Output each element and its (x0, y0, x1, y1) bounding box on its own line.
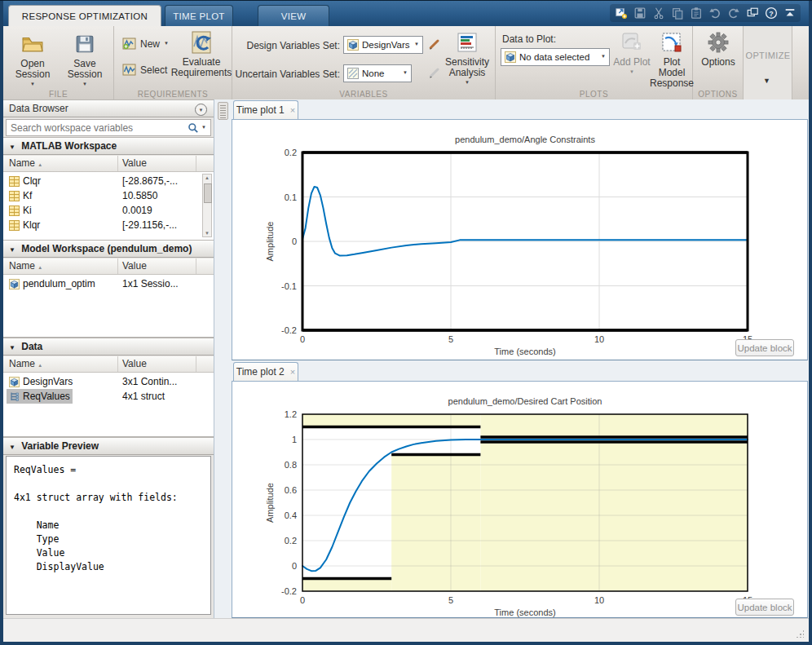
add-plot-button[interactable]: Add Plot ▼ (613, 30, 651, 78)
table-row[interactable]: DesignVars 3x1 Contin... (3, 374, 214, 389)
column-divider[interactable] (117, 356, 118, 372)
new-figure-export-icon[interactable] (613, 6, 629, 21)
edit-design-variables-icon[interactable] (428, 38, 441, 51)
plot-model-response-button[interactable]: Plot Model Response (652, 30, 691, 89)
design-variables-set-value: DesignVars (362, 40, 410, 50)
column-divider[interactable] (196, 356, 196, 372)
new-requirement-icon (122, 38, 136, 50)
requirements-section-label: REQUIREMENTS (114, 90, 232, 99)
sort-asc-icon: ▲ (38, 265, 42, 270)
column-header-value[interactable]: Value (122, 260, 147, 272)
optimize-button[interactable]: OPTIMIZE (744, 51, 792, 61)
variable-cube-icon (347, 39, 359, 51)
column-header-value[interactable]: Value (122, 358, 147, 369)
copy-icon[interactable] (669, 6, 685, 21)
svg-text:-0.1: -0.1 (281, 281, 297, 291)
tab-time-plot[interactable]: TIME PLOT (165, 5, 233, 26)
save-session-button[interactable]: Save Session ▼ (60, 32, 109, 91)
open-session-label: Open Session (8, 59, 57, 80)
new-requirement-button[interactable]: New ▼ (122, 38, 169, 50)
window-resize-grip[interactable] (796, 630, 804, 638)
panel-drag-grip[interactable] (218, 102, 228, 120)
table-row[interactable]: Clqr [-28.8675,-... (3, 174, 214, 188)
svg-text:pendulum_demo/Desired Cart Pos: pendulum_demo/Desired Cart Position (448, 396, 602, 406)
variable-preview-text: ReqValues = 4x1 struct array with fields… (7, 457, 210, 581)
svg-text:1: 1 (292, 435, 297, 444)
save-icon[interactable] (632, 6, 647, 21)
optimize-dropdown-caret-icon[interactable]: ▼ (763, 77, 770, 85)
workspace-scrollbar[interactable]: ▲ ▼ (202, 174, 212, 237)
collapse-triangle-icon: ▼ (9, 344, 15, 351)
search-input[interactable] (7, 122, 188, 134)
time-plot-2-chart[interactable]: 0510151.210.80.60.40.20-0.2pendulum_demo… (232, 382, 807, 617)
svg-text:0.2: 0.2 (285, 536, 297, 546)
time-plot-1-chart[interactable]: 0510150.20.10-0.1-0.2pendulum_demo/Angle… (232, 120, 807, 360)
undo-icon[interactable] (707, 6, 722, 21)
collapse-ribbon-icon[interactable] (782, 6, 797, 21)
svg-text:0: 0 (300, 334, 305, 344)
search-options-caret-icon[interactable]: ▼ (201, 125, 206, 130)
variable-preview-section-header[interactable]: ▼ Variable Preview (3, 437, 214, 455)
evaluate-requirements-button[interactable]: Evaluate Requirements (173, 30, 230, 78)
edit-uncertain-variables-icon[interactable] (428, 66, 441, 79)
update-block-button[interactable]: Update block (735, 339, 794, 356)
data-section-header[interactable]: ▼ Data (3, 338, 214, 356)
tab-view[interactable]: VIEW (258, 5, 329, 26)
update-block-button[interactable]: Update block (735, 599, 794, 616)
help-icon[interactable] (763, 6, 779, 21)
tab-label: Time plot 2 (236, 366, 285, 378)
open-session-button[interactable]: Open Session ▼ (8, 32, 57, 91)
design-variables-set-combo[interactable]: DesignVars ▼ (343, 36, 423, 54)
svg-text:0.6: 0.6 (285, 485, 297, 495)
save-floppy-icon (75, 32, 95, 56)
model-workspace-section-header[interactable]: ▼ Model Workspace (pendulum_demo) (3, 240, 214, 258)
quick-access-toolbar (610, 4, 801, 22)
column-header-value[interactable]: Value (122, 157, 147, 169)
table-row[interactable]: Ki 0.0019 (3, 203, 214, 218)
matlab-workspace-section-header[interactable]: ▼ MATLAB Workspace (3, 137, 214, 155)
cube-icon (9, 377, 20, 387)
tab-time-plot-1[interactable]: Time plot 1 × (233, 100, 298, 119)
scroll-up-icon[interactable]: ▲ (203, 175, 211, 180)
close-icon[interactable]: × (290, 367, 295, 377)
column-divider[interactable] (196, 156, 196, 171)
column-divider[interactable] (196, 258, 196, 274)
data-to-plot-combo[interactable]: No data selected ▼ (501, 48, 610, 66)
table-row-selected[interactable]: ReqValues 4x1 struct (3, 389, 214, 404)
add-plot-icon (621, 30, 642, 55)
options-button[interactable]: Options (695, 30, 741, 68)
tab-time-plot-2[interactable]: Time plot 2 × (233, 362, 298, 381)
window-layout-icon[interactable] (744, 6, 760, 21)
plot-model-response-icon (661, 30, 682, 55)
search-icon[interactable] (188, 122, 199, 134)
scroll-down-icon[interactable]: ▼ (203, 231, 211, 236)
app-window: RESPONSE OPTIMIZATION TIME PLOT VIEW Ope… (0, 0, 812, 645)
uncertain-variables-set-combo[interactable]: None ▼ (343, 64, 412, 82)
panel-menu-icon[interactable]: ▼ (195, 104, 207, 116)
plots-section-label: PLOTS (496, 90, 692, 99)
model-workspace-table: pendulum_optim 1x1 Sessio... (3, 275, 214, 338)
data-to-plot-label: Data to Plot: (502, 33, 556, 45)
column-header-name[interactable]: Name ▲ (9, 260, 42, 272)
tab-response-optimization[interactable]: RESPONSE OPTIMIZATION (8, 5, 161, 26)
table-row[interactable]: Kf 10.5850 (3, 188, 214, 203)
matrix-icon (9, 191, 20, 201)
close-icon[interactable]: × (290, 105, 295, 115)
cut-icon[interactable] (651, 6, 666, 21)
column-header-name[interactable]: Name ▲ (9, 358, 42, 369)
table-row[interactable]: pendulum_optim 1x1 Sessio... (3, 276, 214, 291)
table-row[interactable]: Klqr [-29.1156,-... (3, 218, 214, 232)
select-requirement-button[interactable]: Select (122, 64, 167, 76)
paste-icon[interactable] (688, 6, 704, 21)
column-divider[interactable] (117, 258, 118, 274)
matlab-workspace-title: MATLAB Workspace (21, 140, 117, 152)
sensitivity-analysis-button[interactable]: Sensitivity Analysis ▼ (440, 30, 494, 89)
redo-icon[interactable] (726, 6, 741, 21)
matlab-workspace-table: Clqr [-28.8675,-... Kf 10.5850 Ki 0.0019… (3, 172, 214, 241)
scrollbar-thumb[interactable] (204, 183, 212, 203)
column-divider[interactable] (117, 156, 118, 171)
variable-preview-title: Variable Preview (21, 440, 99, 452)
chevron-down-icon: ▼ (30, 79, 35, 90)
column-header-name[interactable]: Name ▲ (9, 157, 42, 169)
uncertain-variables-set-value: None (362, 68, 385, 78)
